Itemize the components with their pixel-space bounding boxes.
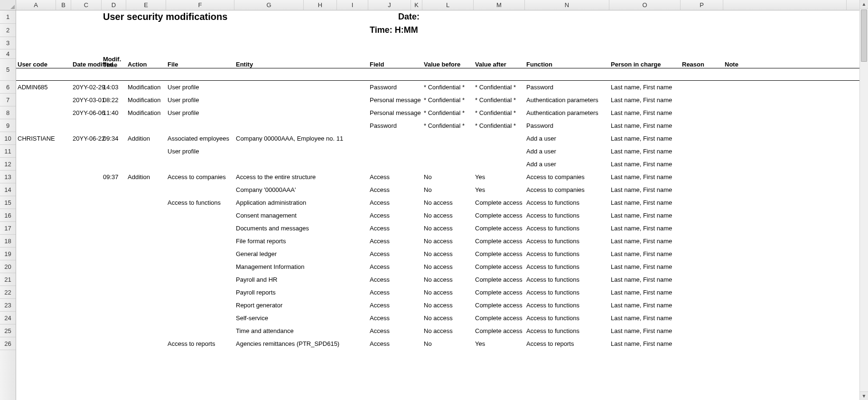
- cell-D4[interactable]: Modif. Time: [102, 57, 126, 68]
- cell-C23[interactable]: [71, 299, 102, 311]
- cell-A14[interactable]: [16, 183, 56, 196]
- cell-G24[interactable]: Self-service: [234, 312, 304, 324]
- cell-F18[interactable]: [166, 235, 234, 247]
- cell-B21[interactable]: [56, 273, 71, 286]
- cell-A4[interactable]: User code: [16, 61, 56, 68]
- column-header[interactable]: A: [16, 0, 56, 10]
- cell-F23[interactable]: [166, 299, 234, 311]
- cell-L8[interactable]: * Confidential *: [422, 106, 474, 119]
- cell-N12[interactable]: Add a user: [525, 158, 609, 170]
- cell-I19[interactable]: [337, 248, 368, 260]
- cell-J21[interactable]: Access: [368, 273, 411, 286]
- cell-J20[interactable]: Access: [368, 260, 411, 273]
- cell-E17[interactable]: [126, 222, 166, 234]
- cell-E18[interactable]: [126, 235, 166, 247]
- column-header[interactable]: J: [368, 0, 411, 10]
- cell-E3[interactable]: [126, 37, 166, 49]
- cell-E2[interactable]: [126, 24, 166, 37]
- cell-A10[interactable]: CHRISTIANE: [16, 132, 56, 144]
- cell-I6[interactable]: [337, 81, 368, 93]
- cell-A2[interactable]: [16, 24, 56, 37]
- cell-O12[interactable]: Last name, First name: [609, 158, 681, 170]
- cell-M18[interactable]: Complete access: [474, 235, 525, 247]
- cell-I21[interactable]: [337, 273, 368, 286]
- cell-C1[interactable]: [71, 10, 102, 23]
- cell-K14[interactable]: [411, 183, 422, 196]
- cell-B5[interactable]: [56, 68, 71, 80]
- cell-G25[interactable]: Time and attendance: [234, 324, 304, 337]
- cell-D19[interactable]: [102, 248, 126, 260]
- cell-A15[interactable]: [16, 196, 56, 209]
- cell-N8[interactable]: Authentication parameters: [525, 106, 609, 119]
- cell-M20[interactable]: Complete access: [474, 260, 525, 273]
- cell-Q17[interactable]: [723, 222, 847, 234]
- cell-K13[interactable]: [411, 171, 422, 183]
- cell-O18[interactable]: Last name, First name: [609, 235, 681, 247]
- cell-G16[interactable]: Consent management: [234, 209, 304, 221]
- row-header[interactable]: 6: [0, 81, 16, 94]
- cell-Q16[interactable]: [723, 209, 847, 221]
- cell-J12[interactable]: [368, 158, 411, 170]
- cell-B23[interactable]: [56, 299, 71, 311]
- cell-N20[interactable]: Access to functions: [525, 260, 609, 273]
- cell-G13[interactable]: Access to the entire structure: [234, 171, 304, 183]
- cell-H21[interactable]: [304, 273, 337, 286]
- cell-M3[interactable]: [474, 37, 525, 49]
- cell-K21[interactable]: [411, 273, 422, 286]
- select-all-corner[interactable]: [0, 0, 16, 10]
- cell-H3[interactable]: [304, 37, 337, 49]
- cell-I5[interactable]: [337, 68, 368, 80]
- cell-G17[interactable]: Documents and messages: [234, 222, 304, 234]
- cell-H16[interactable]: [304, 209, 337, 221]
- cell-E16[interactable]: [126, 209, 166, 221]
- cell-O7[interactable]: Last name, First name: [609, 94, 681, 106]
- cell-E12[interactable]: [126, 158, 166, 170]
- cell-B3[interactable]: [56, 37, 71, 49]
- cell-N16[interactable]: Access to functions: [525, 209, 609, 221]
- cell-P7[interactable]: [681, 94, 723, 106]
- cell-A18[interactable]: [16, 235, 56, 247]
- cell-P23[interactable]: [681, 299, 723, 311]
- cell-P8[interactable]: [681, 106, 723, 119]
- cell-J18[interactable]: Access: [368, 235, 411, 247]
- cell-G12[interactable]: [234, 158, 304, 170]
- cell-C14[interactable]: [71, 183, 102, 196]
- cell-L6[interactable]: * Confidential *: [422, 81, 474, 93]
- column-header[interactable]: C: [71, 0, 102, 10]
- cell-G21[interactable]: Payroll and HR: [234, 273, 304, 286]
- cell-I23[interactable]: [337, 299, 368, 311]
- row-header[interactable]: 11: [0, 145, 16, 158]
- cell-Q12[interactable]: [723, 158, 847, 170]
- cell-B20[interactable]: [56, 260, 71, 273]
- cell-G23[interactable]: Report generator: [234, 299, 304, 311]
- cell-M1[interactable]: [474, 10, 525, 23]
- cell-P2[interactable]: [681, 24, 723, 37]
- cell-F14[interactable]: [166, 183, 234, 196]
- cell-A11[interactable]: [16, 145, 56, 157]
- cell-L4[interactable]: Value before: [422, 61, 474, 68]
- cell-B14[interactable]: [56, 183, 71, 196]
- cell-F24[interactable]: [166, 312, 234, 324]
- cell-N25[interactable]: Access to functions: [525, 324, 609, 337]
- cell-O5[interactable]: [609, 68, 681, 80]
- cell-J17[interactable]: Access: [368, 222, 411, 234]
- cell-C22[interactable]: [71, 286, 102, 298]
- cell-B19[interactable]: [56, 248, 71, 260]
- cell-B12[interactable]: [56, 158, 71, 170]
- cell-B2[interactable]: [56, 24, 71, 37]
- cell-L13[interactable]: No: [422, 171, 474, 183]
- cell-J25[interactable]: Access: [368, 324, 411, 337]
- cell-B9[interactable]: [56, 119, 71, 132]
- cell-K23[interactable]: [411, 299, 422, 311]
- cell-L24[interactable]: No access: [422, 312, 474, 324]
- cell-L10[interactable]: [422, 132, 474, 144]
- cell-I22[interactable]: [337, 286, 368, 298]
- scroll-thumb[interactable]: [861, 10, 867, 62]
- row-header[interactable]: 15: [0, 196, 16, 209]
- cell-E4[interactable]: Action: [126, 61, 166, 68]
- cell-J10[interactable]: [368, 132, 411, 144]
- cell-D8[interactable]: 11:40: [102, 106, 126, 119]
- cell-G8[interactable]: [234, 106, 304, 119]
- cell-E25[interactable]: [126, 324, 166, 337]
- cell-C13[interactable]: [71, 171, 102, 183]
